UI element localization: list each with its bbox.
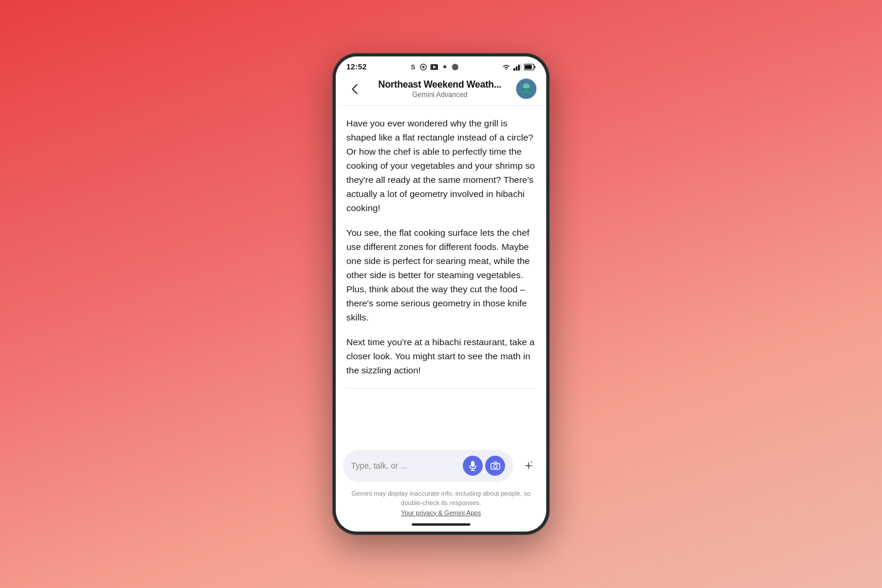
svg-rect-9 (520, 64, 522, 71)
content-divider (346, 388, 536, 389)
input-pill-icons (463, 456, 505, 476)
svg-rect-6 (513, 68, 515, 71)
content-area[interactable]: Have you ever wondered why the grill is … (336, 106, 546, 444)
phone-frame: 12:52 S (332, 53, 550, 535)
signal-icon (513, 64, 522, 71)
app-icon-1 (419, 63, 427, 71)
svg-point-20 (497, 464, 499, 465)
privacy-link[interactable]: Your privacy & Gemini Apps (401, 509, 481, 516)
home-bar (336, 520, 546, 532)
home-bar-line (412, 523, 470, 526)
svg-rect-15 (471, 461, 475, 467)
svg-rect-8 (518, 65, 520, 71)
app-icon-2 (451, 63, 459, 71)
svg-rect-11 (525, 65, 532, 69)
back-button[interactable] (345, 79, 364, 98)
svg-rect-7 (516, 66, 517, 71)
input-pill[interactable]: Type, talk, or ... (343, 450, 513, 482)
svg-point-4 (443, 65, 446, 68)
message-2: You see, the flat cooking surface lets t… (346, 226, 536, 325)
app-subtitle: Gemini Advanced (364, 91, 516, 99)
snapchat-icon: S (409, 63, 417, 71)
wifi-icon (502, 64, 511, 71)
input-row: Type, talk, or ... (343, 450, 539, 482)
status-bar: 12:52 S (336, 56, 546, 74)
sparkle-button[interactable] (518, 455, 539, 476)
conversation-title: Northeast Weekend Weath... (364, 79, 516, 90)
battery-icon (524, 64, 536, 71)
status-system-icons (502, 64, 536, 71)
message-3: Next time you're at a hibachi restaurant… (346, 335, 536, 377)
avatar[interactable] (516, 78, 537, 99)
app-header: Northeast Weekend Weath... Gemini Advanc… (336, 74, 546, 106)
svg-rect-12 (534, 66, 536, 68)
camera-button[interactable] (485, 456, 505, 476)
header-center: Northeast Weekend Weath... Gemini Advanc… (364, 79, 516, 99)
svg-point-5 (452, 64, 459, 70)
youtube-icon (430, 63, 438, 71)
disclaimer-text: Gemini may display inaccurate info, incl… (352, 490, 531, 507)
input-area: Type, talk, or ... (336, 444, 546, 485)
status-time: 12:52 (346, 62, 367, 71)
svg-point-19 (493, 465, 497, 468)
status-app-icons: S (409, 63, 459, 71)
dot-icon (440, 63, 449, 71)
footer-disclaimer: Gemini may display inaccurate info, incl… (336, 485, 546, 520)
message-1: Have you ever wondered why the grill is … (346, 116, 536, 215)
phone-screen: 12:52 S (336, 56, 546, 532)
mic-button[interactable] (463, 456, 483, 476)
input-placeholder: Type, talk, or ... (351, 461, 458, 470)
svg-point-1 (422, 66, 425, 68)
